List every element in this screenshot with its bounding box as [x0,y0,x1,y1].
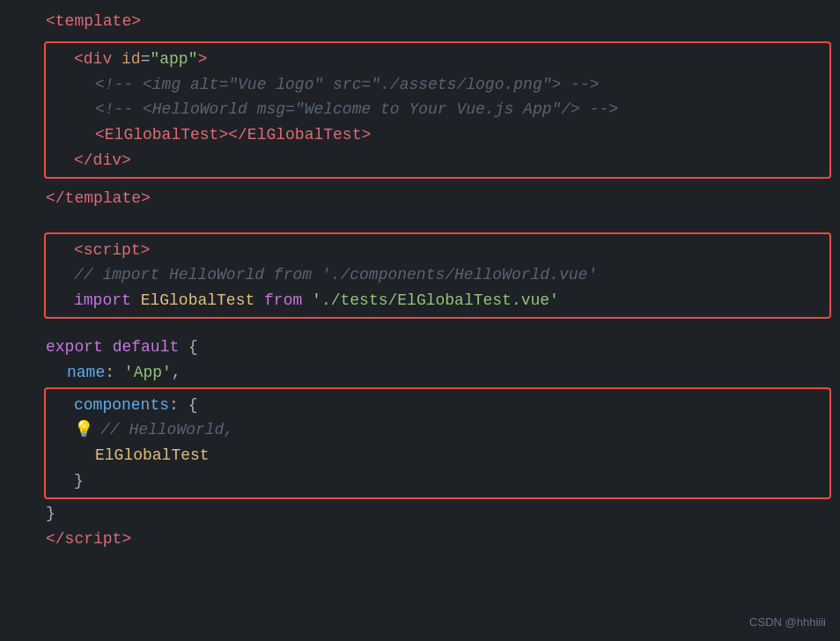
close-brace2-text: } [46,501,55,527]
script-close-tag: </script> [46,527,131,552]
line-el-global-tag: <ElGlobalTest></ElGlobalTest> [46,122,829,148]
el-global-tag-text: <ElGlobalTest></ElGlobalTest> [74,122,371,148]
template-close-tag: </template> [46,186,151,211]
red-box-components: components: { 💡 // HelloWorld, ElGlobalT… [44,387,831,499]
default-keyword: default [113,335,188,360]
line-template-close: </template> [18,186,840,211]
script-open-tag: <script> [74,238,150,263]
template-open-tag: <template> [46,9,141,34]
line-comment2: <!-- <HelloWorld msg="Welcome to Your Vu… [46,97,829,122]
bulb-icon: 💡 [74,417,93,443]
line-el-global-comp: ElGlobalTest [46,443,829,468]
comment-import-text: // import HelloWorld from './components/… [74,262,597,288]
code-editor: <template> <div id="app"> <!-- <img alt=… [0,0,840,560]
line-comment-import: // import HelloWorld from './components/… [46,262,829,288]
line-div-open: <div id="app"> [46,47,829,72]
line-components-open: components: { [46,393,829,418]
comment2-text: <!-- <HelloWorld msg="Welcome to Your Vu… [74,97,618,122]
line-script-close: </script> [18,527,840,552]
import-name: ElGlobalTest [141,288,264,313]
line-export-default: export default { [18,335,840,360]
close-brace1-text: } [74,468,84,494]
line-close-brace1: } [46,468,829,494]
line-script-open: <script> [46,238,829,263]
comment-hello-text: // HelloWorld, [97,417,233,443]
line-template-open: <template> [18,9,840,34]
div-open-start: <div [74,47,122,72]
line-import: import ElGlobalTest from './tests/ElGlob… [46,288,829,313]
export-keyword: export [46,335,113,360]
line-comment-helloworld: 💡 // HelloWorld, [46,417,829,443]
name-value: 'App' [124,360,172,386]
open-brace: { [188,335,198,360]
el-global-comp-text: ElGlobalTest [74,443,210,468]
line-div-close: </div> [46,148,829,173]
div-close-text: </div> [74,148,131,173]
from-keyword: from [264,288,312,313]
import-keyword: import [74,288,141,313]
line-name: name: 'App', [18,360,840,386]
name-key: name [46,360,105,386]
comment1-text: <!-- <img alt="Vue logo" src="./assets/l… [74,72,600,98]
red-box-template: <div id="app"> <!-- <img alt="Vue logo" … [44,41,831,179]
line-close-brace2: } [18,501,840,527]
components-key: components [74,393,169,418]
red-box-script: <script> // import HelloWorld from './co… [44,232,831,319]
import-path: './tests/ElGlobalTest.vue' [312,288,559,313]
line-comment1: <!-- <img alt="Vue logo" src="./assets/l… [46,72,829,98]
watermark-text: CSDN @hhhiiii [749,614,826,632]
